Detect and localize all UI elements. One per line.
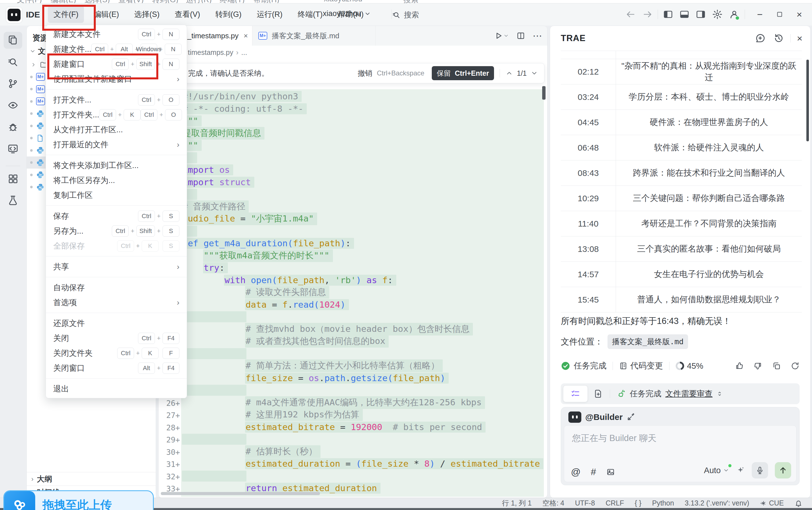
menu-item-将工作区另存为-[interactable]: 将工作区另存为... — [46, 173, 187, 188]
menubar-item-3[interactable]: 选择(S) — [128, 6, 165, 23]
window-minimize-button[interactable]: − — [750, 9, 770, 20]
undo-button[interactable]: 撤销 — [358, 68, 372, 78]
menu-item-关闭窗口[interactable]: 关闭窗口Alt+F4 — [46, 361, 187, 376]
panel-scrollbar[interactable] — [806, 60, 809, 141]
activity-console-button[interactable] — [4, 140, 22, 157]
review-file-link[interactable]: 文件需要审查 — [665, 388, 713, 399]
nav-forward-icon[interactable] — [642, 9, 652, 20]
activity-flask-button[interactable] — [4, 192, 22, 209]
new-chat-icon[interactable] — [755, 33, 765, 43]
editor-horizontal-scrollbar[interactable] — [161, 492, 320, 495]
outline-section[interactable]: › 大纲 — [27, 472, 156, 486]
more-actions-icon[interactable]: ⋯ — [532, 30, 543, 41]
menu-item-将文件夹添加到工作区-[interactable]: 将文件夹添加到工作区... — [46, 158, 187, 173]
tab-podcast-md[interactable]: M+ 播客文案_最终版.md — [252, 26, 376, 46]
upload-drop-target[interactable]: 拖拽至此上传 — [3, 490, 154, 510]
mic-button[interactable] — [752, 462, 768, 478]
activity-grid-button[interactable] — [4, 170, 22, 187]
close-panel-icon[interactable]: × — [797, 33, 803, 44]
breadcrumb[interactable]: timestamps.py › ... — [158, 46, 547, 59]
run-button[interactable] — [494, 31, 509, 40]
nav-back-icon[interactable] — [626, 9, 636, 20]
checklist-button[interactable] — [563, 385, 588, 402]
statusbar-cue[interactable]: CUE — [760, 499, 784, 507]
thumbs-down-icon[interactable] — [753, 361, 762, 370]
panel-left-icon[interactable] — [663, 9, 673, 20]
menu-item-退出[interactable]: 退出 — [46, 381, 187, 396]
statusbar-item-6[interactable]: Python — [652, 499, 674, 507]
hash-icon[interactable]: # — [591, 467, 596, 477]
prev-change-icon[interactable] — [505, 69, 513, 77]
image-icon[interactable] — [606, 468, 615, 477]
statusbar-item-1[interactable]: 行 1, 列 1 — [502, 499, 532, 508]
code-editor[interactable]: 1+#!/usr/bin/env python32+# -*- coding: … — [158, 83, 547, 498]
updown-icon[interactable] — [716, 390, 723, 397]
send-button[interactable] — [775, 462, 791, 478]
code-changes-label[interactable]: 代码变更 — [630, 360, 663, 371]
table-row[interactable]: 11:40考研还是工作？不同背景的决策指南 — [561, 211, 802, 236]
panel-bottom-icon[interactable] — [679, 9, 690, 20]
table-row[interactable]: 08:43跨界派：能在技术和行业之间当翻译的人 — [561, 160, 802, 186]
next-change-icon[interactable] — [531, 69, 538, 77]
thumbs-up-icon[interactable] — [735, 361, 744, 370]
menu-item-还原文件[interactable]: 还原文件 — [46, 316, 187, 331]
chat-input[interactable]: 您正在与 Builder 聊天 @ # Auto — [564, 425, 796, 482]
editor-vertical-scrollbar[interactable] — [542, 86, 546, 100]
menu-item-打开文件夹-[interactable]: 打开文件夹...Ctrl+KCtrl+O — [46, 107, 187, 122]
statusbar-item-5[interactable]: { } — [635, 499, 642, 507]
menu-item-关闭[interactable]: 关闭Ctrl+F4 — [46, 331, 187, 346]
menu-item-关闭文件夹[interactable]: 关闭文件夹Ctrl+KF — [46, 346, 187, 361]
breadcrumb-file[interactable]: timestamps.py — [188, 49, 233, 57]
account-menu[interactable]: xiaoyuzhou — [323, 9, 371, 18]
settings-gear-icon[interactable] — [712, 9, 723, 20]
menu-item-共享[interactable]: 共享› — [46, 259, 187, 274]
menu-item-打开最近的文件[interactable]: 打开最近的文件› — [46, 137, 187, 152]
history-icon[interactable] — [774, 33, 784, 43]
statusbar-item-2[interactable]: 空格: 4 — [543, 499, 564, 508]
activity-search-button[interactable] — [4, 54, 22, 70]
mention-icon[interactable]: @ — [571, 467, 581, 477]
menu-item-复制工作区[interactable]: 复制工作区 — [46, 188, 187, 203]
window-maximize-button[interactable] — [770, 3, 789, 26]
menu-item-保存[interactable]: 保存Ctrl+S — [46, 209, 187, 223]
table-row[interactable]: 14:57女生在电子行业的优势与机会 — [561, 262, 802, 287]
table-row[interactable]: 13:08三个真实的匿名故事：看他们如何破局 — [561, 236, 802, 262]
agent-row[interactable]: @Builder — [569, 411, 635, 424]
file-chip[interactable]: 播客文案_最终版.md — [608, 334, 688, 349]
tab-close-icon[interactable]: × — [243, 32, 248, 40]
table-row[interactable]: 02:12"杂而不精"的真相：从观光指南到专业深度的跃迁 — [561, 59, 802, 84]
breadcrumb-more[interactable]: ... — [241, 49, 247, 57]
mode-selector[interactable]: Auto — [704, 466, 729, 475]
statusbar-item-4[interactable]: CRLF — [606, 499, 624, 507]
menu-item-自动保存[interactable]: 自动保存 — [46, 280, 187, 295]
table-row[interactable]: 04:45硬件派：在物理世界盖房子的人 — [561, 110, 802, 135]
activity-files-button[interactable] — [4, 32, 22, 49]
app-logo-icon[interactable] — [6, 6, 23, 23]
menubar-item-4[interactable]: 查看(V) — [169, 6, 206, 23]
activity-git-button[interactable] — [4, 75, 22, 92]
menubar-item-6[interactable]: 运行(R) — [251, 6, 288, 23]
search-box[interactable]: 搜索 — [392, 10, 419, 20]
statusbar-item-7[interactable]: 3.13.2 ('.venv': venv) — [685, 499, 749, 507]
split-editor-icon[interactable] — [516, 31, 525, 40]
sparkle-icon[interactable] — [736, 466, 745, 475]
menubar-item-5[interactable]: 转到(G) — [209, 6, 247, 23]
activity-eye-button[interactable] — [4, 97, 22, 114]
table-row[interactable]: 10:29三个关键问题：帮你判断自己适合哪条路 — [561, 186, 802, 211]
menu-item-从文件打开工作区-[interactable]: 从文件打开工作区... — [46, 122, 187, 137]
table-row[interactable]: 06:48软件派：给硬件注入灵魂的人 — [561, 135, 802, 160]
doc-diff-icon[interactable] — [593, 389, 603, 398]
panel-right-icon[interactable] — [696, 9, 706, 20]
table-row[interactable]: 03:24学历分层：本科、硕士、博士的职业分水岭 — [561, 84, 802, 110]
table-row[interactable]: 15:45普通人，如何借助数据思维规划职业？ — [561, 287, 802, 312]
menu-item-首选项[interactable]: 首选项› — [46, 295, 187, 310]
menu-item-另存为-[interactable]: 另存为...Ctrl+Shift+S — [46, 223, 187, 238]
window-close-button[interactable]: × — [789, 9, 809, 20]
statusbar-item-3[interactable]: UTF-8 — [575, 499, 595, 507]
bell-icon[interactable] — [794, 499, 803, 507]
keep-button[interactable]: 保留 Ctrl+Enter — [432, 66, 494, 80]
activity-bug-button[interactable] — [4, 119, 22, 136]
copy-icon[interactable] — [772, 361, 781, 370]
regenerate-icon[interactable] — [791, 361, 800, 370]
tools-icon[interactable] — [627, 413, 635, 421]
